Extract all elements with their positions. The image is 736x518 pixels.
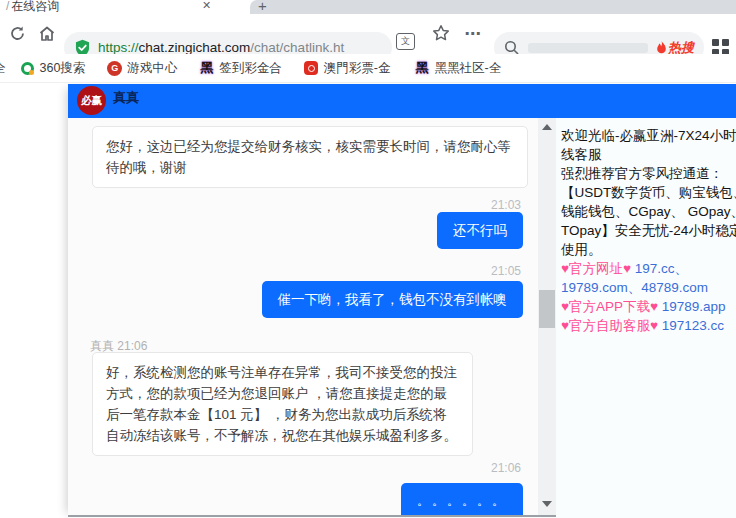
browser-toolbar: https://chat.zingichat.com/chat/chatlink… (0, 14, 736, 54)
bookmark-star-icon[interactable] (430, 22, 452, 44)
bookmark-label: 黑黑社区-全 (435, 60, 502, 77)
promo-text: 强烈推荐官方零风控通道：【USDT数字货币、购宝钱包、钱能钱包、CGpay、 G… (561, 164, 736, 259)
web-page: 必赢 真真 您好，这边已经为您提交给财务核实，核实需要长时间，请您耐心等待的哦，… (0, 83, 736, 518)
url-text[interactable]: https://chat.zingichat.com/chat/chatlink… (98, 40, 344, 55)
official-app-label: ♥官方APP下载♥ (561, 299, 658, 314)
user-message-bubble: 催一下哟，我看了，钱包不没有到帐噢 (262, 281, 524, 318)
bookmark-item[interactable]: 黑 签到彩金合 (199, 60, 282, 77)
scroll-down-icon[interactable] (542, 501, 552, 507)
reload-icon[interactable] (6, 22, 28, 44)
url-host: chat.zingichat.com (139, 40, 251, 55)
brand-logo: 必赢 (77, 86, 106, 115)
bookmark-label: 签到彩金合 (219, 60, 282, 77)
flame-icon (656, 41, 667, 55)
bookmark-label: 澳門彩票-金 (324, 60, 391, 77)
new-tab-button[interactable]: + (258, 0, 267, 14)
bookmark-item[interactable]: 全 (0, 60, 6, 77)
chat-bottom-border (68, 515, 556, 517)
official-app-line: ♥官方APP下载♥ 19789.app (561, 297, 736, 316)
timestamp: 21:06 (491, 461, 521, 475)
self-service-label: ♥官方自助客服♥ (561, 318, 658, 333)
tab-close-icon[interactable]: ✕ (202, 0, 211, 12)
macau-lottery-icon (304, 61, 319, 76)
bookmark-label: 360搜索 (40, 60, 86, 77)
bookmarks-bar: 全 360搜索 G 游戏中心 黑 签到彩金合 澳門彩票-金 黑 黑黑社区-全 (0, 54, 736, 83)
chat-info-sidebar: 欢迎光临-必赢亚洲-7X24小时在线客服 强烈推荐官方零风控通道：【USDT数字… (556, 118, 736, 518)
bookmark-item[interactable]: G 游戏中心 (107, 60, 177, 77)
bookmark-item[interactable]: 360搜索 (20, 60, 86, 77)
360-icon (20, 61, 35, 76)
welcome-text: 欢迎光临-必赢亚洲-7X24小时在线客服 (561, 126, 736, 164)
chat-scrollbar[interactable] (538, 118, 556, 515)
url-scheme: https:// (98, 40, 139, 55)
hei-seal-icon: 黑 (415, 61, 430, 76)
tab-title-prefix: / (6, 0, 9, 13)
timestamp: 21:03 (491, 198, 521, 212)
bookmark-label: 游戏中心 (127, 60, 177, 77)
hei-seal-icon: 黑 (199, 61, 214, 76)
bookmark-item[interactable]: 黑 黑黑社区-全 (415, 60, 502, 77)
official-site-line: ♥官方网址♥ 197.cc、19789.com、48789.com (561, 259, 736, 297)
scroll-up-icon[interactable] (542, 124, 552, 130)
url-path: /chat/chatlink.ht (250, 40, 344, 55)
self-service-line: ♥官方自助客服♥ 197123.cc (561, 316, 736, 335)
agent-message-bubble: 您好，这边已经为您提交给财务核实，核实需要长时间，请您耐心等待的哦，谢谢 (92, 126, 528, 188)
chat-message-area[interactable]: 您好，这边已经为您提交给财务核实，核实需要长时间，请您耐心等待的哦，谢谢 21:… (68, 118, 538, 515)
user-message-bubble: 还不行吗 (437, 212, 523, 249)
chat-widget: 必赢 真真 您好，这边已经为您提交给财务核实，核实需要长时间，请您耐心等待的哦，… (68, 84, 736, 518)
official-site-label: ♥官方网址♥ (561, 261, 631, 276)
more-menu-icon[interactable]: ⋯ (462, 22, 484, 44)
bookmark-item[interactable]: 澳門彩票-金 (304, 60, 391, 77)
bookmark-label: 全 (0, 60, 6, 77)
timestamp: 21:05 (491, 264, 521, 278)
home-icon[interactable] (36, 22, 58, 44)
agent-message-bubble: 好，系统检测您的账号注单存在异常，我司不接受您的投注方式，您的款项已经为您退回账… (92, 352, 473, 456)
tab-strip: /在线咨询 ✕ + (0, 0, 736, 14)
search-placeholder-ghost (528, 43, 648, 53)
tab-title-label: 在线咨询 (11, 0, 59, 13)
game-center-icon: G (107, 61, 122, 76)
empty-tab-strip (250, 0, 736, 14)
chat-header: 必赢 真真 (68, 84, 736, 118)
user-message-bubble: 。。。。。。 (401, 483, 523, 515)
translate-icon[interactable]: 文 (396, 33, 415, 50)
active-tab[interactable]: /在线咨询 (6, 0, 59, 14)
official-app-links[interactable]: 19789.app (658, 299, 726, 314)
agent-name: 真真 (113, 89, 139, 107)
scrollbar-thumb[interactable] (539, 290, 555, 328)
self-service-links[interactable]: 197123.cc (658, 318, 724, 333)
